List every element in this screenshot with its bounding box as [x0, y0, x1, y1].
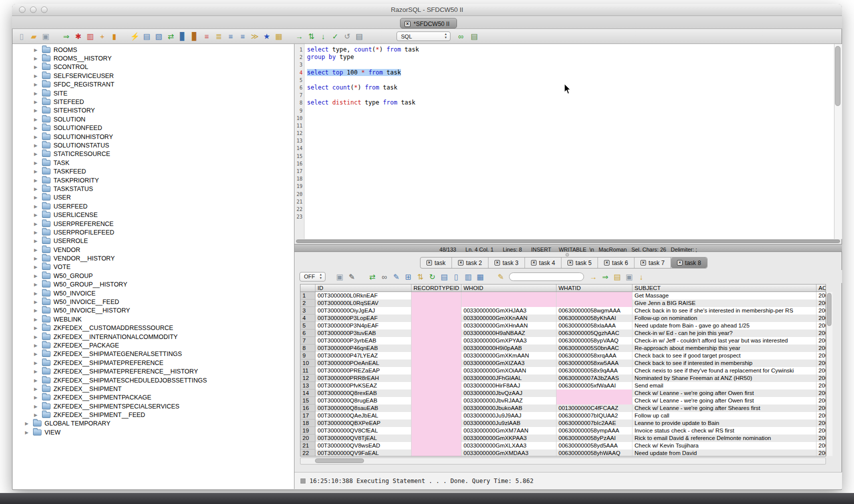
editor-line[interactable]	[307, 160, 419, 168]
grid-cell-whoid[interactable]: 0033000000Ju9J9AAJ	[462, 412, 556, 420]
grid-cell-whoid[interactable]: 0033000000H9i0pAAB	[462, 344, 556, 352]
grid-cell-whatid[interactable]: 00630000005xfWaAAI	[556, 382, 632, 390]
tree-item-vendor__history[interactable]: ▶VENDOR__HISTORY	[12, 254, 294, 262]
reconnect-icon[interactable]: ⇅	[306, 31, 316, 42]
editor-line[interactable]: select distinct type from task	[307, 99, 419, 106]
grid-cell-id[interactable]: 00T3000000QV9FaEAL	[316, 450, 412, 456]
column-header-WHOID[interactable]: WHOID	[462, 284, 556, 292]
close-tab-icon[interactable]: ×	[640, 260, 646, 266]
grid-cell-id[interactable]: 00T3000000L0RknEAF	[316, 292, 412, 300]
editor-horizontal-scrollbar[interactable]	[296, 240, 840, 243]
grid-cell-subject[interactable]: Follow-up on nomination	[632, 314, 816, 322]
close-tab-icon[interactable]: ×	[604, 260, 610, 266]
close-tab-icon[interactable]: ×	[494, 260, 500, 266]
editor-line[interactable]	[307, 213, 419, 220]
disclosure-triangle-icon[interactable]: ▶	[34, 100, 42, 104]
grid-cell-subject[interactable]: Rick to email David & reference Delmonte…	[632, 434, 816, 442]
table-row[interactable]: 2200T3000000QV9FaEAL0033000000GmXMDAA300…	[300, 450, 826, 456]
new-note-icon[interactable]: ▤	[612, 272, 622, 282]
editor-line[interactable]: select type, count(*) from task	[307, 46, 419, 54]
editor-code-area[interactable]: select type, count(*) from taskgroup by …	[304, 44, 419, 239]
tree-item-w50_invoice[interactable]: ▶W50_INVOICE	[12, 289, 294, 298]
grid-cell-activity[interactable]: 200	[816, 390, 826, 397]
disclosure-triangle-icon[interactable]: ▶	[34, 143, 42, 148]
grid-cell-recordtypeid[interactable]	[412, 382, 462, 390]
disclosure-triangle-icon[interactable]: ▶	[34, 248, 42, 252]
grid-cell-whoid[interactable]: 0033000000GmXHnAAN	[462, 322, 556, 330]
grid-cell-id[interactable]: 00T3000000Q8rugEAB	[316, 397, 412, 404]
grid-cell-whoid[interactable]: 0033000000GmXM7AAN	[462, 427, 556, 434]
result-tab-task-6[interactable]: ×task 6	[598, 258, 634, 268]
tree-item-staticresource[interactable]: ▶STATICRESOURCE	[12, 150, 294, 158]
disclosure-triangle-icon[interactable]: ▶	[34, 56, 42, 61]
grid-cell-activity[interactable]: 200	[816, 337, 826, 344]
table-row[interactable]: 100T3000000L0RknEAFGet Massage200	[300, 292, 826, 300]
grid-cell-whoid[interactable]: 0033000000GmXIZAA3	[462, 360, 556, 367]
table-row[interactable]: 1700T3000000QAeJbEAL0033000000Ju9J9AAJ00…	[300, 412, 826, 420]
grid-cell-whatid[interactable]: 00630000007A3bZAAS	[556, 374, 632, 382]
grid-cell-subject[interactable]: Check w/ Leanne - we're going after Owen…	[632, 397, 816, 404]
export-icon[interactable]: ▧	[154, 31, 164, 42]
grid-cell-subject[interactable]: Re-approach about membership this year	[632, 344, 816, 352]
grid-cell-whatid[interactable]: 00630000005S0bnAAC	[556, 344, 632, 352]
grid-cell-activity[interactable]: 200	[816, 367, 826, 374]
grid-cell-activity[interactable]: 200	[816, 322, 826, 330]
grid-cell-id[interactable]: 00T3000000P46qnEAB	[316, 344, 412, 352]
grid-cell-recordtypeid[interactable]	[412, 367, 462, 374]
disclosure-triangle-icon[interactable]: ▶	[34, 212, 42, 218]
grid-cell-recordtypeid[interactable]	[412, 344, 462, 352]
update-db-icon[interactable]: ↻	[427, 272, 438, 282]
results-grid[interactable]: IDRECORDTYPEIDWHOIDWHATIDSUBJECTAC100T30…	[300, 284, 826, 456]
disclosure-triangle-icon[interactable]: ▶	[34, 282, 42, 287]
grid-cell-recordtypeid[interactable]	[412, 360, 462, 367]
editor-line[interactable]	[307, 190, 419, 198]
tree-item-site[interactable]: ▶SITE	[12, 89, 294, 98]
tree-item-userrole[interactable]: ▶USERROLE	[12, 237, 294, 246]
grid-cell-whoid[interactable]: 0033000000GmXKmAAN	[462, 352, 556, 360]
grid-cell-whatid[interactable]: 006300000058xrqAAA	[556, 352, 632, 360]
tree-item-vendor[interactable]: ▶VENDOR	[12, 246, 294, 254]
describe-table-icon[interactable]: ≣	[214, 31, 224, 42]
grid-cell-recordtypeid[interactable]	[412, 450, 462, 456]
comment-icon[interactable]: ≫	[250, 31, 260, 42]
db-drop-icon[interactable]: ✱	[73, 31, 84, 42]
editor-line[interactable]	[307, 175, 419, 182]
grid-cell-subject[interactable]: Get Massage	[632, 292, 816, 300]
table-row[interactable]: 800T3000000P46qnEAB0033000000H9i0pAAB006…	[300, 344, 826, 352]
new-file-icon[interactable]: ▯	[16, 31, 27, 42]
results-search-input[interactable]	[509, 272, 584, 281]
grid-cell-activity[interactable]: 200	[816, 300, 826, 307]
grid-cell-subject[interactable]: Check w/ Kevin Tsujihara	[632, 442, 816, 450]
grid-cell-whatid[interactable]: 006300000058ypVAAQ	[556, 337, 632, 344]
disclosure-triangle-icon[interactable]: ▶	[34, 108, 42, 113]
grid-cell-whatid[interactable]: 006300000058yKhAAI	[556, 314, 632, 322]
grid-cell-activity[interactable]: 200	[816, 420, 826, 427]
close-tab-icon[interactable]: ×	[531, 260, 536, 266]
fetch-down-icon[interactable]: ↓	[318, 31, 328, 42]
grid-cell-whoid[interactable]: 0033000000GmXOiAAN	[462, 367, 556, 374]
sort-arrows-icon[interactable]: ⇅	[415, 272, 426, 282]
tree-item-zkfedex__customaddresssource[interactable]: ▶ZKFEDEX__CUSTOMADDRESSSOURCE	[12, 324, 294, 332]
tree-item-sfdc_registrant[interactable]: ▶SFDC_REGISTRANT	[12, 80, 294, 89]
editor-line[interactable]	[307, 76, 419, 84]
grid-cell-whatid[interactable]: 006300000058x9qAAA	[556, 367, 632, 374]
grid-cell-id[interactable]: 00T3000000L0RqSEAV	[316, 300, 412, 307]
table-row[interactable]: 1500T3000000Q8rugEAB0033000000JbvRJAAZCh…	[300, 397, 826, 404]
save-grid-icon[interactable]: ▣	[624, 272, 634, 282]
tree-item-w50_invoice__feed[interactable]: ▶W50_INVOICE__FEED	[12, 298, 294, 306]
grid-cell-id[interactable]: 00T3000000QBXPeEAP	[316, 420, 412, 427]
grid-cell-whoid[interactable]: 0033000000GmXMDAA3	[462, 450, 556, 456]
grid-cell-whoid[interactable]: 0033000000JFhGlAAL	[462, 374, 556, 382]
grid-cell-id[interactable]: 00T3000000P3yrbEAB	[316, 337, 412, 344]
grid-cell-subject[interactable]: Need update from David	[632, 450, 816, 456]
book-edit-icon[interactable]: ▊	[190, 31, 200, 42]
grid-cell-subject[interactable]: Send email	[632, 382, 816, 390]
tree-item-solutionstatus[interactable]: ▶SOLUTIONSTATUS	[12, 141, 294, 150]
grid-cell-activity[interactable]: 200	[816, 314, 826, 322]
query-builder-icon[interactable]: ▤	[142, 31, 152, 42]
grid-cell-whatid[interactable]	[556, 397, 632, 404]
grid-cell-whoid[interactable]: 0033000000JbvQzAAJ	[462, 390, 556, 397]
grid-cell-subject[interactable]: Nominated by Shane Freeman at ANZ (HR50)	[632, 374, 816, 382]
export-results-icon[interactable]: ⇒	[600, 272, 610, 282]
tree-item-w50_group__history[interactable]: ▶W50_GROUP__HISTORY	[12, 280, 294, 289]
